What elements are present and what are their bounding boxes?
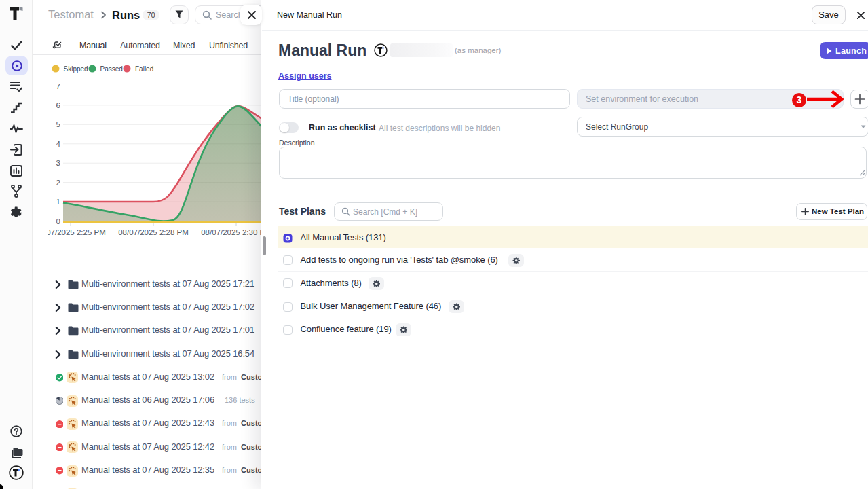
svg-text:08/07/2025 2:30 PM: 08/07/2025 2:30 PM [201, 228, 263, 236]
svg-text:0: 0 [56, 217, 60, 225]
svg-text:3: 3 [56, 159, 60, 167]
svg-text:08/07/2025 2:28 PM: 08/07/2025 2:28 PM [118, 228, 189, 236]
svg-text:2: 2 [56, 179, 60, 187]
svg-text:Skipped: Skipped [64, 65, 88, 73]
svg-text:5: 5 [56, 120, 60, 128]
svg-text:4: 4 [56, 140, 61, 148]
svg-text:Failed: Failed [135, 65, 153, 73]
svg-text:1: 1 [56, 198, 60, 206]
svg-text:7: 7 [56, 82, 60, 90]
svg-text:Passed: Passed [100, 65, 123, 73]
svg-text:6: 6 [56, 101, 60, 109]
